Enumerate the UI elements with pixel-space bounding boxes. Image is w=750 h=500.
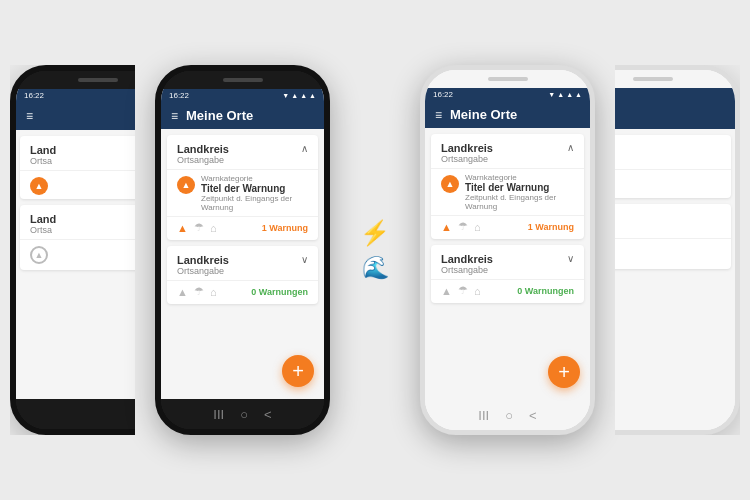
white-footer-icons-2: ▲ ☂ ⌂ xyxy=(441,284,481,297)
dark-warning-1: ▲ Warnkategorie Titel der Warnung Zeitpu… xyxy=(167,169,318,216)
warning-icon-active: ▲ xyxy=(30,177,48,195)
white-card-1: Landkreis Ortsangabe ∧ ▲ Warnkategorie xyxy=(431,134,584,239)
dark-footer-home: ⌂ xyxy=(210,222,217,234)
partial-right-card-1: Land Ortsa ▲ xyxy=(574,135,731,198)
dark-card-2-count: 0 Warnungen xyxy=(251,287,308,297)
dark-app-title: Meine Orte xyxy=(186,108,253,123)
dark-footer-icons-2: ▲ ☂ ⌂ xyxy=(177,285,217,298)
white-screen: 16:22 ▼ ▲ ▲ ▲ ≡ Meine Orte xyxy=(425,88,590,400)
partial-bottom-bar xyxy=(570,400,735,430)
dark-card-1: Landkreis Ortsangabe ∧ ▲ Warnkategorie xyxy=(167,135,318,240)
white-status-time: 16:22 xyxy=(433,90,453,99)
white-nav-lines[interactable]: III xyxy=(478,408,489,423)
white-nav-back[interactable]: < xyxy=(529,408,537,423)
partial-top-bar xyxy=(570,70,735,88)
white-warning-category: Warnkategorie xyxy=(465,173,574,182)
dark-speaker xyxy=(223,78,263,82)
center-icons: ⚡ 🌊 xyxy=(360,219,390,281)
white-card-1-chevron[interactable]: ∧ xyxy=(567,142,574,153)
white-app-title: Meine Orte xyxy=(450,107,517,122)
dark-footer-home-2: ⌂ xyxy=(210,286,217,298)
storm-icon: ⚡ xyxy=(360,219,390,247)
dark-card-2-title: Landkreis xyxy=(177,254,229,266)
partial-card-1: Land Ortsa ▲ xyxy=(20,136,175,199)
white-card-2-header[interactable]: Landkreis Ortsangabe ∨ xyxy=(431,245,584,279)
white-footer-triangle: ▲ xyxy=(441,221,452,233)
dark-nav-back[interactable]: < xyxy=(264,407,272,422)
white-footer-home: ⌂ xyxy=(474,221,481,233)
white-warning-text-1: Warnkategorie Titel der Warnung Zeitpunk… xyxy=(465,173,574,211)
card-subtitle-2: Ortsa xyxy=(30,225,56,235)
status-time: 16:22 xyxy=(24,91,44,100)
phone-white: 16:22 ▼ ▲ ▲ ▲ ≡ Meine Orte xyxy=(420,65,595,435)
dark-fab[interactable]: + xyxy=(282,355,314,387)
hamburger-icon[interactable]: ≡ xyxy=(26,109,33,123)
dark-status-time: 16:22 xyxy=(169,91,189,100)
dark-nav-circle[interactable]: ○ xyxy=(240,407,248,422)
white-hamburger[interactable]: ≡ xyxy=(435,108,442,122)
dark-card-1-footer: ▲ ☂ ⌂ 1 Warnung xyxy=(167,216,318,240)
white-warning-icon-1: ▲ xyxy=(441,175,459,193)
dark-hamburger[interactable]: ≡ xyxy=(171,109,178,123)
dark-warning-text-1: Warnkategorie Titel der Warnung Zeitpunk… xyxy=(201,174,308,212)
dark-app-bar: ≡ Meine Orte xyxy=(161,102,324,129)
dark-warning-icon-1: ▲ xyxy=(177,176,195,194)
warning-item: ▲ xyxy=(20,170,175,199)
dark-footer-triangle: ▲ xyxy=(177,222,188,234)
dark-status-bar: 16:22 ▼ ▲ ▲ ▲ xyxy=(161,89,324,102)
dark-card-2-footer: ▲ ☂ ⌂ 0 Warnungen xyxy=(167,280,318,304)
white-fab[interactable]: + xyxy=(548,356,580,388)
white-card-1-header[interactable]: Landkreis Ortsangabe ∧ xyxy=(431,134,584,168)
white-footer-home-2: ⌂ xyxy=(474,285,481,297)
white-card-2-chevron[interactable]: ∨ xyxy=(567,253,574,264)
white-footer-icons-1: ▲ ☂ ⌂ xyxy=(441,220,481,233)
dark-warning-category: Warnkategorie xyxy=(201,174,308,183)
white-status-icons: ▼ ▲ ▲ ▲ xyxy=(548,91,582,98)
dark-screen: 16:22 ▼ ▲ ▲ ▲ ≡ Meine Orte xyxy=(161,89,324,399)
white-bottom-bar: III ○ < xyxy=(425,400,590,430)
card-header-2: Land Ortsa xyxy=(20,205,175,239)
status-icons: ▼ ▲ ▲ ▲ xyxy=(282,92,316,99)
white-status-bar: 16:22 ▼ ▲ ▲ ▲ xyxy=(425,88,590,101)
white-card-2-count: 0 Warnungen xyxy=(517,286,574,296)
white-warning-1: ▲ Warnkategorie Titel der Warnung Zeitpu… xyxy=(431,168,584,215)
white-card-1-title: Landkreis xyxy=(441,142,493,154)
white-card-1-footer: ▲ ☂ ⌂ 1 Warnung xyxy=(431,215,584,239)
dark-card-2-chevron[interactable]: ∨ xyxy=(301,254,308,265)
dark-footer-umbrella-2: ☂ xyxy=(194,285,204,298)
dark-phone-top-bar xyxy=(161,71,324,89)
white-card-2-subtitle: Ortsangabe xyxy=(441,265,493,275)
white-footer-umbrella-2: ☂ xyxy=(458,284,468,297)
dark-warning-title: Titel der Warnung xyxy=(201,183,308,194)
dark-nav-lines[interactable]: III xyxy=(213,407,224,422)
partial-speaker xyxy=(633,77,673,81)
white-phone-top-bar xyxy=(425,70,590,88)
dark-card-1-subtitle: Ortsangabe xyxy=(177,155,229,165)
dark-footer-umbrella: ☂ xyxy=(194,221,204,234)
white-card-1-count: 1 Warnung xyxy=(528,222,574,232)
white-nav-circle[interactable]: ○ xyxy=(505,408,513,423)
dark-card-1-header[interactable]: Landkreis Ortsangabe ∧ xyxy=(167,135,318,169)
dark-bottom-bar: III ○ < xyxy=(161,399,324,429)
white-footer-triangle-2: ▲ xyxy=(441,285,452,297)
partial-right-card-2-header: Land Ortsa xyxy=(574,204,731,238)
white-footer-umbrella: ☂ xyxy=(458,220,468,233)
card-title: Land xyxy=(30,144,56,156)
partial-card-2: Land Ortsa ▲ xyxy=(20,205,175,270)
dark-card-2-header[interactable]: Landkreis Ortsangabe ∨ xyxy=(167,246,318,280)
white-app-bar: ≡ Meine Orte xyxy=(425,101,590,128)
partial-right-card-2: Land Ortsa ▲ xyxy=(574,204,731,269)
white-warning-title: Titel der Warnung xyxy=(465,182,574,193)
partial-right-card-1-header: Land Ortsa xyxy=(574,135,731,169)
flood-icon: 🌊 xyxy=(362,255,389,281)
white-card-2-title: Landkreis xyxy=(441,253,493,265)
partial-right-warning: ▲ xyxy=(574,169,731,198)
scene: 16:22 ≡ Land Ortsa xyxy=(0,0,750,500)
dark-card-1-count: 1 Warnung xyxy=(262,223,308,233)
card-title-2: Land xyxy=(30,213,56,225)
phone-top-bar xyxy=(16,71,179,89)
phone-dark: 16:22 ▼ ▲ ▲ ▲ ≡ Meine Orte xyxy=(155,65,330,435)
card-header: Land Ortsa xyxy=(20,136,175,170)
speaker xyxy=(78,78,118,82)
dark-card-1-chevron[interactable]: ∧ xyxy=(301,143,308,154)
